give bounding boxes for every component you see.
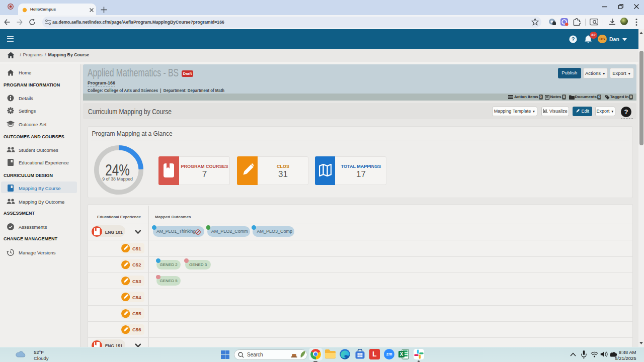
svg-text:?: ? [572, 36, 575, 42]
svg-text:X: X [400, 351, 404, 357]
